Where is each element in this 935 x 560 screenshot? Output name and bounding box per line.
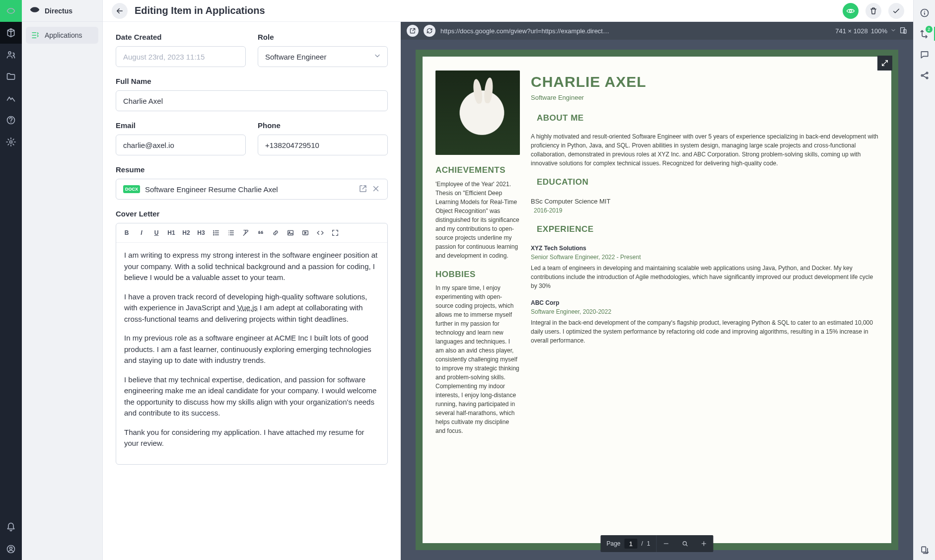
svg-point-4 xyxy=(10,547,12,550)
education-heading: EDUCATION xyxy=(537,176,878,189)
education-degree: BSc Computer Science MIT xyxy=(531,197,878,207)
select-role[interactable]: Software Engineer xyxy=(258,46,388,67)
svg-point-5 xyxy=(850,9,852,12)
about-text: A highly motivated and result-oriented S… xyxy=(531,132,878,168)
field-date-created: Date Created August 23rd, 2023 11:15 xyxy=(116,33,246,67)
nav-help-icon[interactable] xyxy=(0,109,22,131)
rte-italic-button[interactable]: I xyxy=(135,226,148,239)
input-full-name[interactable]: Charlie Axel xyxy=(116,90,388,111)
rte-quote-button[interactable] xyxy=(254,226,267,239)
module-header: Directus xyxy=(22,0,102,22)
exp2-desc: Integral in the back-end development of … xyxy=(531,318,878,345)
sidebar-item-label: Applications xyxy=(45,31,82,39)
exp2-role: Software Engineer, 2020-2022 xyxy=(531,307,878,316)
rte-content[interactable]: I am writing to express my strong intere… xyxy=(116,243,387,464)
label-phone: Phone xyxy=(258,121,388,130)
rte-fullscreen-button[interactable] xyxy=(329,226,342,239)
module-title: Directus xyxy=(45,7,72,15)
rte-h1-button[interactable]: H1 xyxy=(165,226,178,239)
chevron-down-icon xyxy=(373,52,381,62)
hobbies-text: In my spare time, I enjoy experimenting … xyxy=(435,283,520,435)
rte-bold-button[interactable]: B xyxy=(120,226,133,239)
rte-toolbar: B I U H1 H2 H3 xyxy=(116,223,387,243)
preview-popout-icon[interactable] xyxy=(407,25,419,37)
file-input-resume[interactable]: DOCX Software Engineer Resume Charlie Ax… xyxy=(116,179,388,200)
rte-video-button[interactable] xyxy=(299,226,312,239)
main: Editing Item in Applications Date Create… xyxy=(103,0,913,560)
exp1-desc: Led a team of engineers in developing an… xyxy=(531,264,878,290)
page-title: Editing Item in Applications xyxy=(135,5,265,16)
nav-users-icon[interactable] xyxy=(0,44,22,66)
chevron-down-icon[interactable] xyxy=(890,27,896,35)
titlebar: Editing Item in Applications xyxy=(103,0,913,22)
nav-content-icon[interactable] xyxy=(0,22,22,44)
cover-p3: In my previous role as a software engine… xyxy=(124,333,379,366)
dock-revisions-icon[interactable] xyxy=(914,540,935,560)
resume-photo xyxy=(435,70,520,155)
rte-underline-button[interactable]: U xyxy=(150,226,163,239)
form-panel: Date Created August 23rd, 2023 11:15 Rol… xyxy=(103,22,401,560)
preview-refresh-icon[interactable] xyxy=(424,25,435,37)
preview-toggle-button[interactable] xyxy=(843,3,859,19)
cover-p5: Thank you for considering my application… xyxy=(124,427,379,449)
dock-info-icon[interactable] xyxy=(914,3,935,23)
input-phone[interactable]: +138204729510 xyxy=(258,135,388,155)
dock-share-icon[interactable] xyxy=(914,66,935,85)
delete-button[interactable] xyxy=(865,3,881,19)
doc-fullscreen-icon[interactable] xyxy=(877,56,892,70)
logo-icon[interactable] xyxy=(0,0,22,22)
field-phone: Phone +138204729510 xyxy=(258,121,388,155)
zoom-reset-button[interactable] xyxy=(676,535,695,552)
cover-p1: I am writing to express my strong intere… xyxy=(124,250,379,283)
dock-comments-icon[interactable] xyxy=(914,45,935,65)
label-date-created: Date Created xyxy=(116,33,246,41)
rte-h3-button[interactable]: H3 xyxy=(195,226,208,239)
cover-p2: I have a proven track record of developi… xyxy=(124,291,379,325)
page-label: Page xyxy=(606,540,620,547)
rich-text-editor: B I U H1 H2 H3 xyxy=(116,223,388,465)
back-button[interactable] xyxy=(112,3,128,19)
nav-notifications-icon[interactable] xyxy=(0,516,22,538)
open-file-icon[interactable] xyxy=(359,184,367,195)
rte-clear-button[interactable] xyxy=(239,226,252,239)
resume-document: ACHIEVEMENTS 'Employee of the Year' 2021… xyxy=(423,57,891,543)
docx-badge: DOCX xyxy=(123,185,140,193)
rte-code-button[interactable] xyxy=(314,226,327,239)
experience-heading: EXPERIENCE xyxy=(537,223,878,236)
dock-flows-icon[interactable]: 2 xyxy=(914,24,935,44)
page-total: 1 xyxy=(647,540,650,547)
field-email: Email charlie@axel.io xyxy=(116,121,246,155)
zoom-in-button[interactable] xyxy=(695,535,714,552)
save-button[interactable] xyxy=(888,3,904,19)
nav-settings-icon[interactable] xyxy=(0,131,22,153)
nav-insights-icon[interactable] xyxy=(0,87,22,109)
zoom-out-button[interactable] xyxy=(656,535,676,552)
label-email: Email xyxy=(116,121,246,130)
nav-files-icon[interactable] xyxy=(0,66,22,87)
achievements-heading: ACHIEVEMENTS xyxy=(435,164,520,177)
nav-profile-icon[interactable] xyxy=(0,538,22,560)
input-email[interactable]: charlie@axel.io xyxy=(116,135,246,155)
preview-dims: 741 × 1028 xyxy=(835,27,867,35)
label-cover-letter: Cover Letter xyxy=(116,210,388,218)
label-role: Role xyxy=(258,33,388,41)
education-years: 2016-2019 xyxy=(531,206,878,215)
dock-badge: 2 xyxy=(926,26,933,33)
preview-zoom-value[interactable]: 100% xyxy=(871,27,887,35)
resume-role: Software Engineer xyxy=(531,93,878,103)
rte-ul-button[interactable] xyxy=(224,226,237,239)
sidebar-item-applications[interactable]: Applications xyxy=(26,27,98,44)
rte-image-button[interactable] xyxy=(284,226,297,239)
rte-h2-button[interactable]: H2 xyxy=(180,226,193,239)
about-heading: ABOUT ME xyxy=(537,112,878,125)
label-resume: Resume xyxy=(116,165,388,174)
label-full-name: Full Name xyxy=(116,77,388,85)
right-dock: 2 xyxy=(913,0,935,560)
module-sidebar: Directus Applications xyxy=(22,0,103,560)
rte-link-button[interactable] xyxy=(269,226,282,239)
page-input[interactable] xyxy=(625,539,638,549)
input-date-created: August 23rd, 2023 11:15 xyxy=(116,46,246,67)
rte-ol-button[interactable] xyxy=(210,226,222,239)
preview-device-icon[interactable] xyxy=(899,26,907,36)
clear-file-icon[interactable] xyxy=(371,184,380,195)
